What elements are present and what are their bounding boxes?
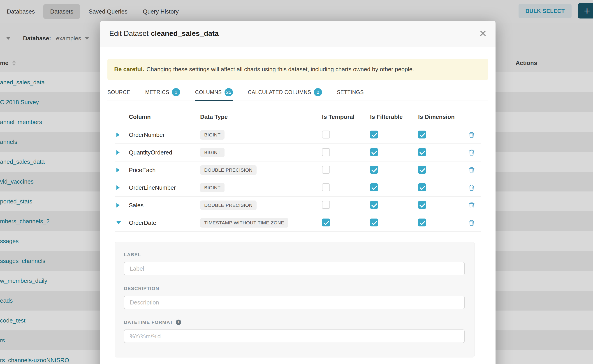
- tab-badge: 0: [314, 88, 322, 96]
- header-is-dimension: Is Dimension: [418, 113, 455, 120]
- trash-icon: [468, 202, 475, 209]
- is-dimension-checkbox[interactable]: [418, 148, 426, 156]
- info-icon[interactable]: i: [176, 319, 181, 325]
- is-temporal-checkbox[interactable]: [322, 201, 330, 209]
- is-dimension-checkbox[interactable]: [418, 130, 426, 138]
- close-icon[interactable]: ×: [479, 28, 487, 38]
- is-temporal-checkbox[interactable]: [322, 148, 330, 156]
- column-name: PriceEach: [129, 167, 156, 173]
- description-field-label: DESCRIPTION: [124, 286, 474, 291]
- delete-column-button[interactable]: [468, 131, 475, 138]
- modal-title: Edit Datasetcleaned_sales_data: [109, 29, 219, 38]
- column-row-orderdate: OrderDateTIMESTAMP WITHOUT TIME ZONE: [115, 214, 481, 232]
- trash-icon: [468, 219, 475, 227]
- tab-label: COLUMNS: [195, 89, 222, 95]
- is-temporal-checkbox[interactable]: [322, 219, 330, 227]
- is-dimension-checkbox[interactable]: [418, 166, 426, 174]
- trash-icon: [468, 184, 475, 191]
- column-row-sales: SalesDOUBLE PRECISION: [115, 197, 481, 214]
- modal-header: Edit Datasetcleaned_sales_data ×: [100, 21, 495, 46]
- tab-source[interactable]: SOURCE: [107, 84, 130, 101]
- header-is-filterable: Is Filterable: [370, 113, 403, 120]
- expand-caret-icon[interactable]: [116, 133, 120, 137]
- is-filterable-checkbox[interactable]: [370, 166, 378, 174]
- warning-bold-text: Be careful.: [114, 66, 144, 73]
- columns-table: Column Data Type Is Temporal Is Filterab…: [115, 108, 481, 232]
- data-type-pill: BIGINT: [200, 130, 224, 140]
- data-type-pill: TIMESTAMP WITHOUT TIME ZONE: [200, 218, 288, 228]
- column-name: QuantityOrdered: [129, 149, 172, 156]
- modal-body: Be careful. Changing these settings will…: [100, 59, 495, 358]
- is-temporal-checkbox[interactable]: [322, 183, 330, 191]
- column-name: OrderNumber: [129, 131, 165, 138]
- delete-column-button[interactable]: [468, 166, 475, 174]
- modal-title-dataset-name: cleaned_sales_data: [151, 29, 219, 38]
- columns-table-header: Column Data Type Is Temporal Is Filterab…: [115, 108, 481, 126]
- column-detail-panel: LABEL DESCRIPTION DATETIME FORMAT i: [115, 242, 475, 358]
- is-filterable-checkbox[interactable]: [370, 201, 378, 209]
- trash-icon: [468, 149, 475, 156]
- is-dimension-checkbox[interactable]: [418, 183, 426, 191]
- data-type-pill: BIGINT: [200, 183, 224, 192]
- tab-label: SETTINGS: [337, 89, 364, 95]
- is-filterable-checkbox[interactable]: [370, 219, 378, 227]
- tab-columns[interactable]: COLUMNS25: [195, 84, 233, 101]
- label-input[interactable]: [124, 262, 465, 275]
- data-type-pill: BIGINT: [200, 148, 224, 157]
- label-field-label: LABEL: [124, 252, 474, 257]
- expand-caret-icon[interactable]: [116, 150, 120, 155]
- datetime-format-input[interactable]: [124, 330, 465, 343]
- tab-label: CALCULATED COLUMNS: [248, 89, 311, 95]
- description-input[interactable]: [124, 296, 465, 309]
- column-name: OrderLineNumber: [129, 184, 176, 191]
- data-type-pill: DOUBLE PRECISION: [200, 201, 257, 210]
- tab-badge: 1: [172, 88, 180, 96]
- is-dimension-checkbox[interactable]: [418, 219, 426, 227]
- delete-column-button[interactable]: [468, 202, 475, 209]
- is-temporal-checkbox[interactable]: [322, 130, 330, 138]
- is-filterable-checkbox[interactable]: [370, 183, 378, 191]
- delete-column-button[interactable]: [468, 219, 475, 227]
- column-name: OrderDate: [129, 220, 156, 226]
- data-type-pill: DOUBLE PRECISION: [200, 165, 257, 175]
- header-is-temporal: Is Temporal: [322, 113, 355, 120]
- expand-caret-icon[interactable]: [116, 185, 120, 190]
- tab-label: METRICS: [145, 89, 169, 95]
- is-dimension-checkbox[interactable]: [418, 201, 426, 209]
- expand-caret-icon[interactable]: [116, 203, 120, 208]
- tab-metrics[interactable]: METRICS1: [145, 84, 180, 101]
- is-temporal-checkbox[interactable]: [322, 166, 330, 174]
- collapse-caret-icon[interactable]: [116, 221, 121, 224]
- edit-dataset-modal: Edit Datasetcleaned_sales_data × Be care…: [100, 21, 495, 364]
- columns-table-body: OrderNumberBIGINTQuantityOrderedBIGINTPr…: [115, 126, 481, 232]
- warning-text: Changing these settings will affect all …: [146, 66, 414, 73]
- expand-caret-icon[interactable]: [116, 168, 120, 172]
- column-row-quantityordered: QuantityOrderedBIGINT: [115, 144, 481, 162]
- tab-badge: 25: [224, 88, 233, 96]
- tab-label: SOURCE: [107, 89, 130, 95]
- modal-tabs: SOURCEMETRICS1COLUMNS25CALCULATED COLUMN…: [107, 84, 488, 101]
- header-column: Column: [129, 113, 151, 120]
- warning-banner: Be careful. Changing these settings will…: [107, 59, 488, 80]
- delete-column-button[interactable]: [468, 149, 475, 156]
- delete-column-button[interactable]: [468, 184, 475, 191]
- modal-title-prefix: Edit Dataset: [109, 29, 148, 38]
- tab-settings[interactable]: SETTINGS: [337, 84, 364, 101]
- is-filterable-checkbox[interactable]: [370, 130, 378, 138]
- header-data-type: Data Type: [200, 113, 228, 120]
- trash-icon: [468, 166, 475, 174]
- trash-icon: [468, 131, 475, 138]
- is-filterable-checkbox[interactable]: [370, 148, 378, 156]
- screen: DatabasesDatasetsSaved QueriesQuery Hist…: [0, 0, 593, 364]
- column-row-ordernumber: OrderNumberBIGINT: [115, 126, 481, 144]
- column-row-orderlinenumber: OrderLineNumberBIGINT: [115, 179, 481, 197]
- column-row-priceeach: PriceEachDOUBLE PRECISION: [115, 162, 481, 179]
- datetime-format-field-label: DATETIME FORMAT i: [124, 319, 474, 325]
- tab-calculated-columns[interactable]: CALCULATED COLUMNS0: [248, 84, 322, 101]
- column-name: Sales: [129, 202, 144, 209]
